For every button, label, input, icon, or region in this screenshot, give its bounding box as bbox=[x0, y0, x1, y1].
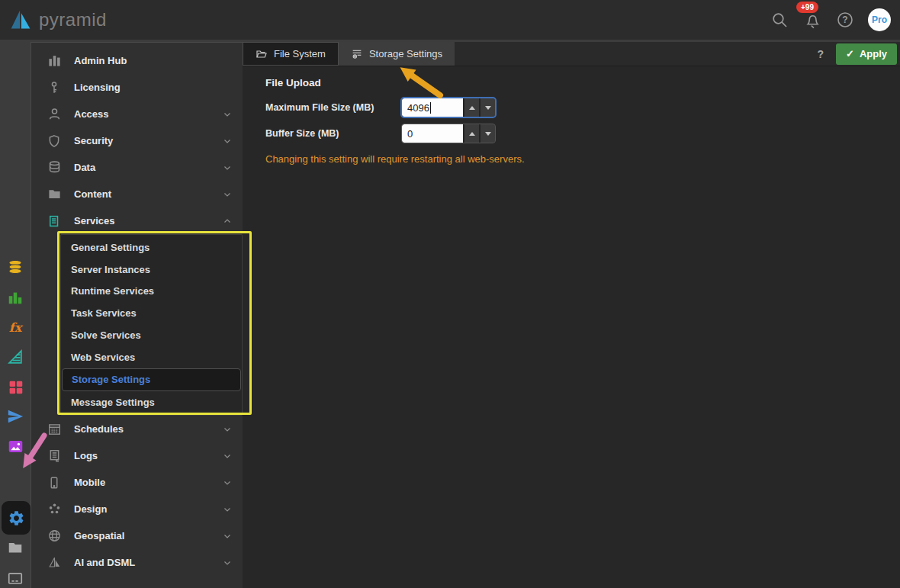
log-icon bbox=[47, 448, 62, 464]
grid-icon bbox=[8, 379, 24, 395]
rail-item-present[interactable] bbox=[0, 371, 31, 402]
sidebar-item-mobile[interactable]: Mobile bbox=[31, 469, 243, 496]
admin-sidebar: Admin Hub Licensing Access Security Data bbox=[31, 42, 243, 588]
max-file-size-spin-up[interactable] bbox=[463, 98, 479, 117]
restart-warning-text: Changing this setting will require resta… bbox=[265, 153, 525, 165]
sidebar-item-label: Security bbox=[74, 135, 113, 146]
apply-button[interactable]: ✓ Apply bbox=[836, 43, 897, 65]
chevron-down-icon bbox=[223, 505, 232, 514]
sidebar-item-label: Services bbox=[74, 215, 115, 227]
sidebar-item-label: Access bbox=[74, 108, 109, 120]
chevron-down-icon bbox=[223, 451, 232, 461]
submenu-item-web-services[interactable]: Web Services bbox=[62, 346, 241, 368]
tab-label: File System bbox=[274, 48, 326, 59]
check-icon: ✓ bbox=[846, 48, 854, 59]
sidebar-item-geospatial[interactable]: Geospatial bbox=[31, 522, 243, 549]
sidebar-item-logs[interactable]: Logs bbox=[31, 442, 243, 469]
max-file-size-input[interactable]: 4096 bbox=[402, 98, 463, 117]
sidebar-item-access[interactable]: Access bbox=[31, 101, 243, 127]
submenu-item-label: General Settings bbox=[71, 242, 149, 253]
storage-settings-content: File Upload Maximum File Size (MB) 4096 … bbox=[243, 66, 900, 588]
spin-down-icon bbox=[485, 132, 491, 136]
rail-item-publish[interactable] bbox=[0, 401, 31, 432]
rail-item-discover[interactable] bbox=[0, 282, 31, 313]
submenu-item-storage-settings[interactable]: Storage Settings bbox=[62, 368, 241, 392]
folder-icon bbox=[47, 187, 62, 202]
services-submenu: General Settings Server Instances Runtim… bbox=[60, 234, 243, 416]
rail-item-data[interactable] bbox=[0, 252, 31, 282]
calendar-icon bbox=[47, 422, 62, 437]
image-icon bbox=[8, 439, 24, 455]
submenu-item-task-services[interactable]: Task Services bbox=[62, 302, 241, 324]
max-file-size-row: Maximum File Size (MB) 4096 bbox=[265, 98, 495, 117]
submenu-item-label: Server Instances bbox=[71, 264, 150, 275]
submenu-item-label: Storage Settings bbox=[72, 374, 150, 385]
sidebar-item-label: AI and DSML bbox=[74, 557, 135, 568]
sidebar-item-label: Data bbox=[74, 162, 95, 173]
gear-icon bbox=[8, 509, 25, 527]
main-panel: File System Storage Settings ? ✓ Apply F… bbox=[243, 42, 900, 588]
tab-file-system[interactable]: File System bbox=[243, 42, 339, 66]
rail-item-admin[interactable] bbox=[2, 501, 31, 535]
spin-up-icon bbox=[469, 132, 475, 136]
search-icon[interactable] bbox=[770, 10, 789, 30]
monitor-icon bbox=[7, 570, 24, 587]
sidebar-item-label: Content bbox=[74, 188, 111, 200]
sidebar-item-licensing[interactable]: Licensing bbox=[31, 74, 243, 101]
sidebar-item-admin-hub[interactable]: Admin Hub bbox=[31, 47, 243, 74]
submenu-item-general-settings[interactable]: General Settings bbox=[62, 236, 241, 259]
sidebar-item-label: Mobile bbox=[74, 477, 105, 488]
logo-text: pyramid bbox=[39, 9, 107, 31]
tab-storage-settings[interactable]: Storage Settings bbox=[339, 42, 455, 66]
app-rail: fx bbox=[0, 40, 31, 588]
paper-plane-icon bbox=[7, 408, 24, 425]
rail-item-content[interactable] bbox=[0, 532, 31, 563]
text-cursor bbox=[430, 102, 431, 114]
sidebar-item-security[interactable]: Security bbox=[31, 127, 243, 154]
sidebar-item-ai-and-dsml[interactable]: AI and DSML bbox=[31, 549, 243, 576]
spin-down-icon bbox=[485, 106, 491, 110]
sidebar-item-services[interactable]: Services bbox=[31, 207, 243, 234]
buffer-size-spin-down[interactable] bbox=[479, 124, 495, 143]
rail-item-images[interactable] bbox=[0, 431, 31, 461]
pyramid-icon bbox=[47, 555, 62, 570]
services-icon bbox=[47, 214, 62, 229]
set-square-icon bbox=[7, 349, 24, 365]
buffer-size-row: Buffer Size (MB) 0 bbox=[265, 124, 495, 143]
admin-hub-icon bbox=[47, 53, 62, 69]
sidebar-item-label: Licensing bbox=[74, 82, 121, 93]
storage-settings-icon bbox=[351, 48, 363, 60]
submenu-item-runtime-services[interactable]: Runtime Services bbox=[62, 281, 241, 303]
sidebar-item-data[interactable]: Data bbox=[31, 154, 243, 181]
sidebar-item-design[interactable]: Design bbox=[31, 496, 243, 522]
sidebar-item-content[interactable]: Content bbox=[31, 181, 243, 207]
topbar-actions: +99 ? Pro bbox=[770, 8, 900, 31]
bar-chart-icon bbox=[7, 289, 24, 306]
help-icon[interactable]: ? bbox=[835, 10, 855, 30]
apply-button-label: Apply bbox=[860, 48, 887, 59]
pyramid-logo-icon bbox=[9, 8, 32, 31]
submenu-item-server-instances[interactable]: Server Instances bbox=[62, 259, 241, 281]
folder-icon bbox=[7, 539, 24, 556]
panel-help-icon[interactable]: ? bbox=[805, 48, 836, 60]
submenu-item-message-settings[interactable]: Message Settings bbox=[62, 391, 241, 413]
submenu-item-solve-services[interactable]: Solve Services bbox=[62, 324, 241, 346]
rail-item-illustrate[interactable] bbox=[0, 342, 31, 372]
sidebar-item-label: Logs bbox=[74, 450, 98, 461]
chevron-down-icon bbox=[223, 532, 232, 541]
pyramid-logo: pyramid bbox=[0, 8, 107, 31]
buffer-size-input[interactable]: 0 bbox=[402, 124, 463, 143]
person-icon bbox=[47, 107, 62, 122]
buffer-size-spin-up[interactable] bbox=[463, 124, 479, 143]
notifications-bell-icon[interactable]: +99 bbox=[802, 10, 822, 30]
sidebar-item-schedules[interactable]: Schedules bbox=[31, 416, 243, 442]
sidebar-item-label: Admin Hub bbox=[74, 55, 127, 66]
chevron-down-icon bbox=[223, 478, 232, 487]
svg-text:?: ? bbox=[842, 14, 847, 25]
submenu-item-label: Runtime Services bbox=[71, 285, 154, 297]
rail-item-formulate[interactable]: fx bbox=[0, 312, 31, 342]
avatar[interactable]: Pro bbox=[868, 8, 891, 31]
submenu-item-label: Solve Services bbox=[71, 329, 141, 341]
rail-item-screens[interactable] bbox=[0, 564, 31, 588]
max-file-size-spin-down[interactable] bbox=[479, 98, 495, 117]
